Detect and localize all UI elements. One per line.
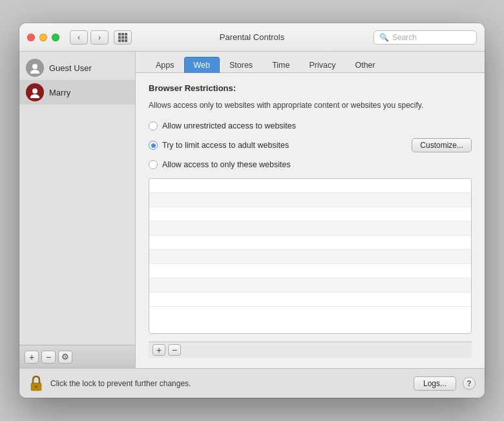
website-list bbox=[149, 178, 472, 334]
lock-status-text: Click the lock to prevent further change… bbox=[50, 379, 407, 388]
section-desc: Allows access only to websites with appr… bbox=[149, 99, 472, 111]
main-area: Guest User Marry + − ⚙ bbox=[19, 52, 485, 368]
svg-point-2 bbox=[32, 88, 37, 94]
add-website-button[interactable]: + bbox=[152, 344, 165, 356]
grid-icon bbox=[118, 33, 127, 42]
tab-time[interactable]: Time bbox=[262, 57, 299, 73]
grid-button[interactable] bbox=[114, 30, 132, 45]
tab-apps[interactable]: Apps bbox=[146, 57, 184, 73]
avatar-marry bbox=[26, 83, 44, 101]
logs-button[interactable]: Logs... bbox=[414, 376, 456, 391]
back-button[interactable]: ‹ bbox=[70, 30, 88, 45]
titlebar: ‹ › Parental Controls 🔍 Search bbox=[19, 23, 485, 52]
radio-label-unrestricted: Allow unrestricted access to websites bbox=[162, 121, 296, 130]
radio-only-these[interactable] bbox=[149, 160, 158, 169]
radio-label-only-these: Allow access to only these websites bbox=[162, 160, 291, 169]
list-item bbox=[149, 250, 471, 264]
svg-point-5 bbox=[35, 385, 37, 388]
help-button[interactable]: ? bbox=[463, 377, 476, 390]
avatar-guest bbox=[26, 59, 44, 77]
search-icon: 🔍 bbox=[379, 33, 389, 42]
content-body: Browser Restrictions: Allows access only… bbox=[136, 73, 485, 368]
user-name-marry: Marry bbox=[49, 88, 70, 98]
svg-point-1 bbox=[30, 70, 39, 74]
user-item-marry[interactable]: Marry bbox=[19, 80, 135, 105]
lock-icon[interactable] bbox=[28, 375, 44, 393]
radio-unrestricted[interactable] bbox=[149, 121, 158, 130]
tab-stores[interactable]: Stores bbox=[220, 57, 262, 73]
radio-row-only-these: Allow access to only these websites bbox=[149, 160, 472, 169]
sidebar: Guest User Marry + − ⚙ bbox=[19, 52, 136, 368]
tabs-bar: Apps Web Stores Time Privacy Other bbox=[136, 52, 485, 73]
svg-point-0 bbox=[32, 64, 37, 69]
window-title: Parental Controls bbox=[220, 32, 284, 42]
user-item-guest[interactable]: Guest User bbox=[19, 56, 135, 80]
content-panel: Apps Web Stores Time Privacy Other Brows… bbox=[136, 52, 485, 368]
list-item bbox=[149, 264, 471, 278]
list-item bbox=[149, 193, 471, 207]
traffic-lights bbox=[27, 34, 59, 41]
search-placeholder: Search bbox=[392, 33, 417, 42]
minimize-button[interactable] bbox=[39, 34, 47, 41]
forward-button[interactable]: › bbox=[90, 30, 109, 45]
maximize-button[interactable] bbox=[52, 34, 59, 41]
customize-button[interactable]: Customize... bbox=[412, 138, 472, 152]
svg-point-3 bbox=[30, 94, 39, 98]
section-title: Browser Restrictions: bbox=[149, 83, 472, 93]
tab-other[interactable]: Other bbox=[345, 57, 384, 73]
list-item bbox=[149, 221, 471, 236]
list-item bbox=[149, 278, 471, 293]
sidebar-toolbar: + − ⚙ bbox=[19, 345, 135, 368]
list-toolbar: + − bbox=[149, 342, 472, 358]
bottom-bar: Click the lock to prevent further change… bbox=[19, 368, 485, 398]
radio-row-unrestricted: Allow unrestricted access to websites bbox=[149, 121, 472, 130]
remove-website-button[interactable]: − bbox=[168, 344, 181, 356]
list-item bbox=[149, 236, 471, 250]
radio-row-limit: Try to limit access to adult websites Cu… bbox=[149, 138, 472, 152]
list-item bbox=[149, 293, 471, 307]
radio-label-limit: Try to limit access to adult websites bbox=[162, 141, 289, 150]
list-item bbox=[149, 179, 471, 193]
user-name-guest: Guest User bbox=[49, 63, 92, 73]
user-list: Guest User Marry bbox=[19, 52, 135, 345]
gear-button[interactable]: ⚙ bbox=[58, 351, 72, 364]
tab-privacy[interactable]: Privacy bbox=[299, 57, 345, 73]
nav-buttons: ‹ › bbox=[70, 30, 109, 45]
remove-user-button[interactable]: − bbox=[41, 351, 56, 364]
search-box[interactable]: 🔍 Search bbox=[373, 30, 477, 45]
radio-limit-adult[interactable] bbox=[149, 141, 158, 150]
main-window: ‹ › Parental Controls 🔍 Search bbox=[19, 23, 485, 398]
add-user-button[interactable]: + bbox=[25, 351, 39, 364]
tab-web[interactable]: Web bbox=[184, 57, 220, 73]
list-item bbox=[149, 207, 471, 221]
close-button[interactable] bbox=[27, 34, 35, 41]
